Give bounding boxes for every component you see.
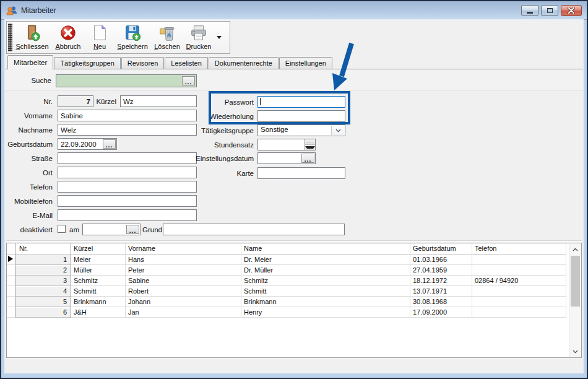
tab-taetigkeitsgruppen[interactable]: Tätigkeitsgruppen [54, 57, 120, 69]
column-header-name[interactable]: Name [241, 243, 410, 255]
table-row[interactable]: 3SchmitzSabineSchmitz18.12.197202864 / 9… [7, 276, 581, 286]
cell-kuerzel[interactable]: Schmitt [71, 286, 126, 297]
cell-geburtsdatum[interactable]: 30.08.1968 [410, 297, 472, 307]
maximize-button[interactable] [541, 5, 558, 16]
tab-einstellungen[interactable]: Einstellungen [279, 57, 332, 69]
close-button[interactable] [561, 5, 582, 16]
maximize-icon [547, 8, 553, 13]
cell-name[interactable]: Schmitz [241, 276, 410, 286]
cell-telefon[interactable] [472, 307, 566, 318]
stundensatz-spinner[interactable] [305, 139, 315, 150]
cell-name[interactable]: Brinkmann [241, 297, 410, 307]
taetigkeitsgruppe-dropdown-button[interactable] [331, 126, 344, 135]
minimize-button[interactable] [521, 5, 538, 16]
loeschen-button[interactable]: Löschen [151, 22, 183, 53]
karte-field[interactable] [257, 167, 345, 179]
cell-telefon[interactable] [472, 255, 566, 265]
table-row[interactable]: 1MeierHansDr. Meier01.03.1966 [7, 255, 581, 265]
geburtsdatum-picker-button[interactable]: ... [103, 139, 116, 149]
telefon-field[interactable] [58, 181, 197, 193]
cell-nr[interactable]: 6 [15, 307, 71, 318]
toolbar-overflow-icon [217, 36, 222, 39]
cell-geburtsdatum[interactable]: 01.03.1966 [410, 255, 472, 265]
cell-telefon[interactable] [472, 297, 566, 307]
cell-telefon[interactable] [472, 286, 566, 297]
cell-kuerzel[interactable]: Brinkmann [71, 297, 126, 307]
wiederholung-field[interactable] [257, 110, 345, 122]
table-row[interactable]: 4SchmittRobertSchmitt13.07.1971 [7, 286, 581, 297]
cell-nr[interactable]: 3 [15, 276, 71, 286]
cell-vorname[interactable]: Peter [126, 265, 241, 276]
cell-geburtsdatum[interactable]: 27.04.1959 [410, 265, 472, 276]
table-vertical-scrollbar[interactable] [569, 244, 581, 357]
scroll-down-button[interactable] [569, 346, 581, 357]
toolbar-grip-handle[interactable] [8, 24, 12, 51]
app-window: Mitarbeiter [0, 0, 588, 379]
row-selector-cell[interactable] [7, 255, 15, 265]
column-header-nr[interactable]: Nr. [15, 243, 71, 255]
speichern-button[interactable]: Speichern [114, 22, 151, 53]
drucken-button[interactable]: Drucken [183, 22, 214, 53]
column-header-geburtsdatum[interactable]: Geburtsdatum [410, 243, 472, 255]
table-row[interactable]: 2MüllerPeterDr. Müller27.04.1959 [7, 265, 581, 276]
column-header-telefon[interactable]: Telefon [472, 243, 566, 255]
einstellungsdatum-picker-button[interactable]: ... [301, 154, 314, 163]
spinner-down-icon[interactable] [305, 145, 315, 150]
cell-geburtsdatum[interactable]: 18.12.1972 [410, 276, 472, 286]
cell-name[interactable]: Henry [241, 307, 410, 318]
cell-name[interactable]: Schmitt [241, 286, 410, 297]
cell-kuerzel[interactable]: Meier [71, 255, 126, 265]
tab-revisoren[interactable]: Revisoren [121, 57, 165, 69]
scroll-up-button[interactable] [569, 244, 581, 255]
cell-vorname[interactable]: Sabine [126, 276, 241, 286]
taetigkeitsgruppe-combobox[interactable]: Sonstige [257, 124, 345, 136]
cell-kuerzel[interactable]: Schmitz [71, 276, 126, 286]
cell-vorname[interactable]: Hans [126, 255, 241, 265]
tab-bar: Mitarbeiter Tätigkeitsgruppen Revisoren … [5, 56, 583, 69]
mobiltelefon-field[interactable] [58, 195, 197, 207]
neu-button[interactable]: Neu [85, 22, 114, 53]
cell-nr[interactable]: 4 [15, 286, 71, 297]
abbruch-button[interactable]: Abbruch [51, 22, 85, 53]
deaktiviert-am-picker-button[interactable]: ... [126, 225, 139, 234]
search-input[interactable] [56, 74, 197, 87]
cell-geburtsdatum[interactable]: 17.09.2000 [410, 307, 472, 318]
email-field[interactable] [58, 209, 197, 221]
row-selector-cell[interactable] [7, 307, 15, 318]
cell-nr[interactable]: 2 [15, 265, 71, 276]
schliessen-button[interactable]: Schliessen [14, 22, 51, 53]
cell-vorname[interactable]: Robert [126, 286, 241, 297]
table-row[interactable]: 6J&HJanHenry17.09.2000 [7, 307, 581, 318]
cell-geburtsdatum[interactable]: 13.07.1971 [410, 286, 472, 297]
tab-mitarbeiter[interactable]: Mitarbeiter [7, 55, 53, 69]
passwort-field[interactable] [257, 96, 345, 108]
cell-vorname[interactable]: Jan [126, 307, 241, 318]
scrollbar-thumb[interactable] [571, 256, 580, 307]
cell-kuerzel[interactable]: J&H [71, 307, 126, 318]
app-icon [6, 6, 17, 15]
cell-kuerzel[interactable]: Müller [71, 265, 126, 276]
toolbar-overflow-button[interactable] [214, 22, 224, 53]
spinner-up-icon[interactable] [305, 139, 315, 145]
tab-leselisten[interactable]: Leselisten [165, 57, 208, 69]
grund-field[interactable] [163, 224, 345, 235]
cell-nr[interactable]: 1 [15, 255, 71, 265]
deaktiviert-checkbox[interactable] [58, 225, 66, 233]
cell-telefon[interactable] [472, 265, 566, 276]
tab-dokumentenrechte[interactable]: Dokumentenrechte [209, 57, 279, 69]
row-selector-cell[interactable] [7, 276, 15, 286]
row-selector-cell[interactable] [7, 286, 15, 297]
table-row[interactable]: 5BrinkmannJohannBrinkmann30.08.1968 [7, 297, 581, 307]
cell-name[interactable]: Dr. Müller [241, 265, 410, 276]
column-header-kuerzel[interactable]: Kürzel [71, 243, 126, 255]
titlebar[interactable]: Mitarbeiter [1, 1, 587, 20]
column-header-vorname[interactable]: Vorname [126, 243, 241, 255]
cell-name[interactable]: Dr. Meier [241, 255, 410, 265]
row-selector-cell[interactable] [7, 297, 15, 307]
vorname-label: Vorname [5, 112, 53, 120]
cell-nr[interactable]: 5 [15, 297, 71, 307]
search-browse-button[interactable]: ... [182, 76, 195, 85]
cell-telefon[interactable]: 02864 / 94920 [472, 276, 566, 286]
cell-vorname[interactable]: Johann [126, 297, 241, 307]
row-selector-cell[interactable] [7, 265, 15, 276]
